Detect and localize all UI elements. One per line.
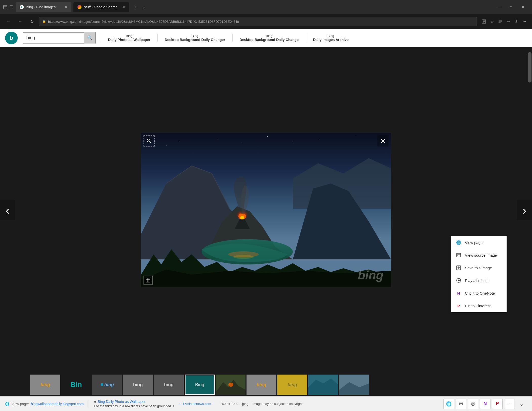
bottom-bar: 🌐 View page: bingwallpapersdaily.blogspo… — [0, 396, 532, 411]
onenote-icon: N — [456, 290, 461, 296]
expand-image-button[interactable] — [144, 276, 153, 285]
notes-icon[interactable]: ✏ — [505, 18, 512, 25]
address-input[interactable]: 🔒 https://www.bing.com/images/search?vie… — [39, 17, 477, 26]
thumbnail-5[interactable]: bing — [154, 375, 184, 395]
toolbar-icons: ☆ ✏ ⤴ ··· — [480, 18, 528, 25]
menu-item-save-image[interactable]: Save this image — [451, 261, 506, 274]
tab-google-search[interactable]: stuff - Google Search ✕ — [73, 2, 129, 12]
bing-nav-wallpaper[interactable]: Bing Daily Photo as Wallpaper — [101, 34, 157, 42]
bing-logo: b — [5, 32, 18, 44]
reading-list-icon[interactable] — [497, 18, 504, 25]
bing-header: b 🔍 Bing Daily Photo as Wallpaper Bing D… — [0, 29, 532, 47]
favorites-icon[interactable]: ☆ — [488, 18, 496, 25]
bing-nav-desktop-change[interactable]: Bing Desktop Background Daily Change — [232, 34, 306, 42]
thumbnail-4[interactable]: bing — [123, 375, 153, 395]
tab-close-google[interactable]: ✕ — [122, 5, 125, 9]
source-name[interactable]: Bing Daily Photo as Wallpaper — [98, 400, 146, 404]
menu-label-view-source: View source image — [465, 253, 497, 257]
play-action-button[interactable] — [468, 399, 478, 409]
favicon-bing: b — [20, 5, 24, 9]
maximize-button[interactable]: □ — [505, 3, 517, 11]
lock-icon: 🔒 — [42, 20, 46, 23]
page-icon — [3, 5, 8, 9]
menu-label-onenote: Clip it to OneNote — [465, 291, 495, 295]
back-button[interactable]: ← — [4, 17, 13, 26]
prev-image-button[interactable]: ‹ — [0, 200, 15, 220]
next-image-button[interactable]: › — [517, 200, 532, 220]
tab-close-bing[interactable]: ✕ — [65, 5, 67, 9]
bing-nav-archive[interactable]: Bing Daily Images Archive — [306, 34, 356, 42]
separator-1 — [89, 400, 89, 408]
svg-point-12 — [217, 138, 217, 138]
expand-panel-button[interactable]: ⌄ — [516, 399, 527, 409]
bing-search-input[interactable] — [23, 33, 84, 43]
image-search-icon[interactable] — [144, 135, 155, 147]
thumbnail-11[interactable] — [339, 375, 369, 395]
copyright-text: Image may be subject to copyright. — [253, 402, 304, 406]
menu-item-view-page[interactable]: 🌐 View page — [451, 236, 506, 249]
thumbnails-strip: bing Bin bing bing bing Bing — [0, 373, 532, 396]
menu-item-play-all[interactable]: Play all results — [451, 274, 506, 287]
svg-point-22 — [240, 216, 244, 219]
thumbnail-7[interactable] — [216, 375, 245, 395]
bing-nav-desktop-changer[interactable]: Bing Desktop Background Daily Changer — [157, 34, 232, 42]
onenote-action-button[interactable]: N — [480, 399, 490, 409]
refresh-button[interactable]: ↻ — [27, 17, 36, 26]
scrollbar[interactable] — [527, 47, 532, 396]
thumbnail-3[interactable]: bing — [92, 375, 122, 395]
menu-item-onenote[interactable]: N Clip it to OneNote — [451, 287, 506, 299]
thumbnail-1[interactable]: bing — [30, 375, 60, 395]
forward-button[interactable]: → — [16, 17, 25, 26]
thumbnail-10[interactable] — [308, 375, 338, 395]
svg-point-16 — [166, 145, 167, 146]
nav-label-1: Daily Photo as Wallpaper — [108, 38, 150, 42]
svg-point-14 — [318, 139, 318, 139]
scrollbar-thumb[interactable] — [528, 52, 531, 83]
menu-label-view-page: View page — [465, 240, 483, 245]
thumbnail-6[interactable]: Bing — [185, 375, 215, 395]
tab-bing-images[interactable]: b bing - Bing images ✕ — [16, 2, 71, 12]
source-url[interactable]: — 15minutenews.com — [178, 402, 211, 406]
bottom-actions: 🌐 ✉ N P ··· ⌄ — [443, 399, 527, 409]
play-icon — [456, 278, 461, 283]
view-page-url[interactable]: bingwallpapersdaily.blogspot.com — [31, 402, 84, 406]
svg-point-15 — [356, 135, 356, 136]
menu-label-play-all: Play all results — [465, 278, 489, 283]
thumbnail-2[interactable]: Bin — [61, 375, 91, 395]
pinterest-action-button[interactable]: P — [492, 399, 503, 409]
more-action-button[interactable]: ··· — [504, 399, 515, 409]
minimize-button[interactable]: — — [493, 3, 505, 11]
thumbnail-8[interactable]: bing — [247, 375, 276, 395]
bing-search-button[interactable]: 🔍 — [84, 32, 95, 44]
thumbnail-9[interactable]: bing — [277, 375, 307, 395]
image-format-label: jpeg — [242, 402, 249, 406]
close-button[interactable]: ✕ — [517, 3, 529, 11]
globe-action-button[interactable]: 🌐 — [443, 399, 454, 409]
svg-point-46 — [228, 383, 233, 387]
nav-label-3: Desktop Background Daily Change — [240, 38, 299, 42]
svg-point-11 — [179, 140, 179, 141]
svg-rect-34 — [457, 253, 461, 257]
nav-brand-3: Bing — [240, 34, 299, 38]
tab-dropdown-button[interactable]: ⌄ — [142, 5, 146, 10]
svg-point-13 — [267, 136, 268, 137]
new-tab-button[interactable]: + — [131, 3, 139, 11]
window-controls-right: — □ ✕ — [493, 3, 529, 11]
reading-view-icon[interactable] — [480, 18, 487, 25]
image-size-label: 1600 x 1000 — [220, 402, 238, 406]
share-icon[interactable]: ⤴ — [513, 18, 520, 25]
more-icon[interactable]: ··· — [521, 18, 528, 25]
globe-icon: 🌐 — [456, 240, 461, 245]
close-image-button[interactable]: ✕ — [377, 135, 388, 147]
main-viewer: bing ✕ ‹ › 🌐 View page — [0, 47, 532, 396]
pinterest-icon: P — [456, 303, 461, 309]
nav-brand-4: Bing — [313, 34, 349, 38]
expand-description[interactable]: + — [173, 404, 175, 408]
context-menu: 🌐 View page View source image Save this … — [451, 236, 507, 312]
email-action-button[interactable]: ✉ — [456, 399, 466, 409]
svg-marker-50 — [473, 403, 474, 405]
menu-item-view-source[interactable]: View source image — [451, 249, 506, 261]
menu-item-pinterest[interactable]: P Pin to Pinterest — [451, 299, 506, 312]
tab-google-label: stuff - Google Search — [84, 5, 117, 9]
address-bar: ← → ↻ 🔒 https://www.bing.com/images/sear… — [0, 14, 532, 29]
